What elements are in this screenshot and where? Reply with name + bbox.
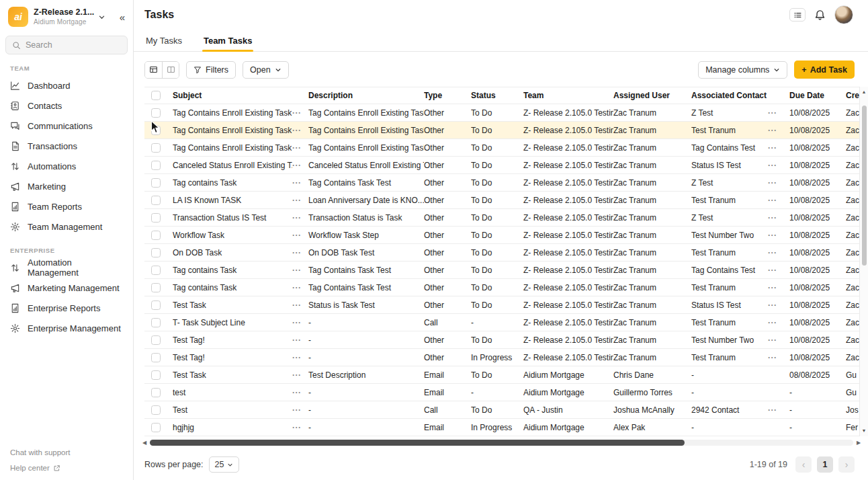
row-actions-button[interactable]: ··· <box>292 108 308 118</box>
sidebar-item-automations[interactable]: Automations <box>0 156 133 176</box>
row-actions-button[interactable]: ··· <box>292 161 308 170</box>
table-row[interactable]: T- Task Subject Line···-Call-Z- Release … <box>144 314 868 331</box>
row-actions-button[interactable]: ··· <box>292 353 308 362</box>
contact-actions-button[interactable]: ··· <box>768 283 789 292</box>
column-header-team[interactable]: Team <box>523 91 613 100</box>
table-row[interactable]: LA IS Known TASK···Loan Anniversary Date… <box>144 192 868 209</box>
row-actions-button[interactable]: ··· <box>292 231 308 240</box>
column-header-associated-contact[interactable]: Associated Contact <box>691 91 789 100</box>
row-checkbox[interactable] <box>151 301 161 310</box>
row-checkbox[interactable] <box>151 231 161 240</box>
scroll-up-arrow-icon[interactable]: ▲ <box>860 89 868 95</box>
table-row[interactable]: Test Task···Status is Task TestOtherTo D… <box>144 296 868 314</box>
notifications-bell-icon[interactable] <box>814 9 826 21</box>
row-checkbox[interactable] <box>151 161 161 170</box>
scroll-down-arrow-icon[interactable]: ▼ <box>860 428 868 434</box>
board-view-button[interactable] <box>162 62 179 78</box>
table-row[interactable]: Test···-CallTo DoQA - JustinJoshua McAna… <box>144 401 868 419</box>
row-checkbox[interactable] <box>151 370 161 380</box>
contact-actions-button[interactable]: ··· <box>768 143 789 153</box>
table-row[interactable]: Tag Contains Enroll Existing Task ...···… <box>144 122 868 139</box>
column-header-type[interactable]: Type <box>424 91 471 100</box>
vertical-scroll-thumb[interactable] <box>862 106 867 266</box>
row-actions-button[interactable]: ··· <box>292 423 308 432</box>
contact-actions-button[interactable]: ··· <box>768 213 789 223</box>
row-checkbox[interactable] <box>151 266 161 275</box>
contact-actions-button[interactable]: ··· <box>768 161 789 170</box>
rows-per-page-select[interactable]: 25 <box>209 456 240 473</box>
workspace-switcher[interactable]: ai Z-Release 2.1... Aidium Mortgage « <box>0 0 133 31</box>
row-checkbox[interactable] <box>151 126 161 135</box>
row-actions-button[interactable]: ··· <box>292 248 308 257</box>
search-input[interactable]: Search <box>5 36 128 54</box>
collapse-sidebar-icon[interactable]: « <box>120 11 125 23</box>
column-header-description[interactable]: Description <box>308 91 424 100</box>
row-checkbox[interactable] <box>151 335 161 345</box>
help-center-link[interactable]: Help center <box>10 464 71 472</box>
row-checkbox[interactable] <box>151 318 161 327</box>
row-checkbox[interactable] <box>151 196 161 205</box>
table-row[interactable]: Tag contains Task···Tag Contains Task Te… <box>144 262 868 279</box>
row-checkbox[interactable] <box>151 405 161 415</box>
column-header-status[interactable]: Status <box>471 91 523 100</box>
sidebar-item-communications[interactable]: Communications <box>0 116 133 136</box>
filters-button[interactable]: Filters <box>186 61 236 79</box>
contact-actions-button[interactable]: ··· <box>768 405 789 415</box>
row-actions-button[interactable]: ··· <box>292 213 308 223</box>
contact-actions-button[interactable]: ··· <box>768 318 789 327</box>
horizontal-scrollbar[interactable]: ◀ ▶ <box>140 438 863 446</box>
list-settings-button[interactable] <box>789 8 806 22</box>
scroll-right-arrow-icon[interactable]: ▶ <box>855 440 863 446</box>
contact-actions-button[interactable]: ··· <box>768 231 789 240</box>
table-row[interactable]: Test Tag!···-OtherTo DoZ- Release 2.105.… <box>144 331 868 349</box>
manage-columns-button[interactable]: Manage columns <box>698 61 787 79</box>
row-checkbox[interactable] <box>151 423 161 432</box>
chat-with-support-link[interactable]: Chat with support <box>10 448 71 456</box>
user-avatar[interactable] <box>834 5 853 24</box>
row-checkbox[interactable] <box>151 283 161 292</box>
add-task-button[interactable]: + Add Task <box>794 61 855 79</box>
table-row[interactable]: Tag contains Task···Tag Contains Task Te… <box>144 174 868 192</box>
row-actions-button[interactable]: ··· <box>292 301 308 310</box>
row-actions-button[interactable]: ··· <box>292 143 308 153</box>
row-actions-button[interactable]: ··· <box>292 405 308 415</box>
table-row[interactable]: On DOB Task···On DOB Task TestOtherTo Do… <box>144 244 868 262</box>
contact-actions-button[interactable]: ··· <box>768 266 789 275</box>
horizontal-scroll-thumb[interactable] <box>150 440 685 446</box>
contact-actions-button[interactable]: ··· <box>768 353 789 362</box>
table-row[interactable]: Canceled Status Enroll Existing T...···C… <box>144 157 868 174</box>
select-all-checkbox[interactable] <box>151 91 161 100</box>
table-row[interactable]: Tag Contains Enroll Existing Task ...···… <box>144 139 868 157</box>
page-number-button[interactable]: 1 <box>817 456 833 473</box>
row-actions-button[interactable]: ··· <box>292 318 308 327</box>
scroll-left-arrow-icon[interactable]: ◀ <box>140 440 148 446</box>
tab-team-tasks[interactable]: Team Tasks <box>202 30 254 51</box>
row-actions-button[interactable]: ··· <box>292 196 308 205</box>
sidebar-item-enterprise-management[interactable]: Enterprise Management <box>0 318 133 338</box>
row-actions-button[interactable]: ··· <box>292 283 308 292</box>
row-actions-button[interactable]: ··· <box>292 388 308 397</box>
contact-actions-button[interactable]: ··· <box>768 196 789 205</box>
row-actions-button[interactable]: ··· <box>292 178 308 188</box>
row-actions-button[interactable]: ··· <box>292 266 308 275</box>
table-row[interactable]: Test Task···Test DescriptionEmailTo DoAi… <box>144 366 868 384</box>
sidebar-item-contacts[interactable]: Contacts <box>0 95 133 116</box>
tab-my-tasks[interactable]: My Tasks <box>144 30 183 51</box>
sidebar-item-transactions[interactable]: Transactions <box>0 136 133 156</box>
sidebar-item-marketing[interactable]: Marketing <box>0 176 133 196</box>
table-row[interactable]: test···-Email-Aidium MortgageGuillermo T… <box>144 384 868 401</box>
row-checkbox[interactable] <box>151 108 161 118</box>
row-checkbox[interactable] <box>151 178 161 188</box>
previous-page-button[interactable]: ‹ <box>795 456 812 473</box>
contact-actions-button[interactable]: ··· <box>768 301 789 310</box>
vertical-scrollbar[interactable]: ▲ ▼ <box>859 87 868 436</box>
status-filter-dropdown[interactable]: Open <box>243 61 289 79</box>
horizontal-scroll-track[interactable] <box>150 440 853 446</box>
sidebar-item-dashboard[interactable]: Dashboard <box>0 75 133 95</box>
sidebar-item-team-reports[interactable]: Team Reports <box>0 196 133 216</box>
column-header-due-date[interactable]: Due Date <box>789 91 846 100</box>
contact-actions-button[interactable]: ··· <box>768 108 789 118</box>
contact-actions-button[interactable]: ··· <box>768 335 789 345</box>
row-actions-button[interactable]: ··· <box>292 126 308 135</box>
contact-actions-button[interactable]: ··· <box>768 248 789 257</box>
